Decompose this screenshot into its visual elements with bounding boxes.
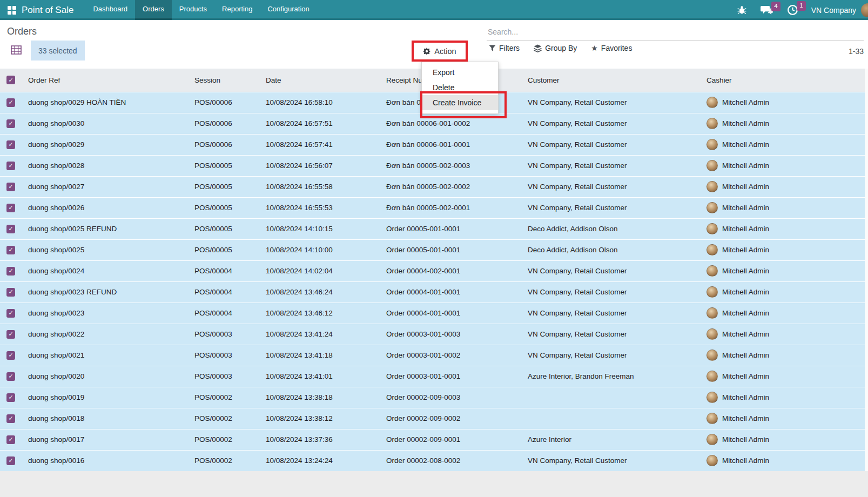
table-row[interactable]: ✓duong shop/0028POS/0000510/08/2024 16:5… <box>0 155 868 176</box>
menu-item-delete[interactable]: Delete <box>422 80 498 95</box>
app-title[interactable]: Point of Sale <box>22 5 73 16</box>
nav-item-orders[interactable]: Orders <box>135 0 172 20</box>
table-row[interactable]: ✓duong shop/0017POS/0000210/08/2024 13:3… <box>0 429 868 450</box>
table-row[interactable]: ✓duong shop/0022POS/0000310/08/2024 13:4… <box>0 324 868 345</box>
table-row[interactable]: ✓duong shop/0023 REFUNDPOS/0000410/08/20… <box>0 281 868 303</box>
favorites-button[interactable]: ★ Favorites <box>591 44 632 52</box>
nav-item-configuration[interactable]: Configuration <box>260 0 317 20</box>
table-row[interactable]: ✓duong shop/0027POS/0000510/08/2024 16:5… <box>0 176 868 197</box>
row-checkbox[interactable]: ✓ <box>6 372 15 381</box>
user-menu[interactable]: VN Company <box>811 3 868 17</box>
nav-item-products[interactable]: Products <box>172 0 214 20</box>
filters-button[interactable]: Filters <box>489 44 520 52</box>
table-row[interactable]: ✓duong shop/0024POS/0000410/08/2024 14:0… <box>0 260 868 281</box>
cashier-avatar <box>706 244 718 256</box>
table-row[interactable]: ✓duong shop/0025POS/0000510/08/2024 14:1… <box>0 239 868 260</box>
activities-badge: 1 <box>797 1 805 11</box>
cashier-avatar <box>706 350 718 361</box>
row-select-cell: ✓ <box>0 366 22 387</box>
search-input[interactable] <box>487 23 864 41</box>
row-checkbox[interactable]: ✓ <box>6 140 15 149</box>
col-customer[interactable]: Customer <box>521 69 700 92</box>
customer-cell: Deco Addict, Addison Olson <box>521 218 700 239</box>
action-button[interactable]: Action <box>423 47 456 56</box>
customer-cell: Deco Addict, Addison Olson <box>521 239 700 260</box>
row-checkbox[interactable]: ✓ <box>6 246 15 254</box>
date-cell: 10/08/2024 16:57:41 <box>259 134 380 155</box>
session-cell: POS/00002 <box>188 429 259 450</box>
date-cell: 10/08/2024 16:57:51 <box>259 113 380 134</box>
row-checkbox[interactable]: ✓ <box>6 288 15 297</box>
menu-item-create-invoice[interactable]: Create Invoice <box>422 95 498 110</box>
menu-item-export[interactable]: Export <box>422 65 498 80</box>
select-all-checkbox[interactable]: ✓ <box>6 76 15 84</box>
row-checkbox[interactable]: ✓ <box>6 204 15 212</box>
table-row[interactable]: ✓duong shop/0029POS/0000610/08/2024 16:5… <box>0 134 868 155</box>
cashier-cell: Mitchell Admin <box>700 345 868 366</box>
navbar-right: 4 1 VN Company <box>732 0 868 20</box>
cashier-avatar <box>706 223 718 234</box>
session-cell: POS/00004 <box>188 260 259 281</box>
pager[interactable]: 1-33 <box>849 47 864 56</box>
nav-item-reporting[interactable]: Reporting <box>214 0 260 20</box>
top-navbar: Point of Sale DashboardOrdersProductsRep… <box>0 0 868 20</box>
layers-icon <box>534 44 542 52</box>
col-order-ref[interactable]: Order Ref <box>22 69 188 92</box>
order-ref-cell: duong shop/0029 HOÀN TIỀN <box>22 92 188 113</box>
activities-menu[interactable]: 1 <box>782 2 804 18</box>
list-view-icon[interactable] <box>11 45 22 55</box>
row-checkbox[interactable]: ✓ <box>6 456 15 465</box>
col-cashier[interactable]: Cashier <box>700 69 868 92</box>
table-row[interactable]: ✓duong shop/0020POS/0000310/08/2024 13:4… <box>0 366 868 387</box>
cashier-cell: Mitchell Admin <box>700 239 868 260</box>
row-checkbox[interactable]: ✓ <box>6 119 15 128</box>
customer-cell: VN Company, Retail Customer <box>521 260 700 281</box>
row-checkbox[interactable]: ✓ <box>6 309 15 318</box>
col-session[interactable]: Session <box>188 69 259 92</box>
cashier-cell: Mitchell Admin <box>700 281 868 303</box>
scrollbar-track[interactable] <box>865 69 868 471</box>
row-checkbox[interactable]: ✓ <box>6 330 15 339</box>
date-cell: 10/08/2024 13:41:18 <box>259 345 380 366</box>
cashier-name: Mitchell Admin <box>722 372 769 380</box>
order-ref-cell: duong shop/0018 <box>22 408 188 429</box>
cashier-name: Mitchell Admin <box>722 204 769 212</box>
col-date[interactable]: Date <box>259 69 380 92</box>
order-ref-cell: duong shop/0022 <box>22 324 188 345</box>
apps-grid-icon[interactable] <box>8 6 16 15</box>
table-row[interactable]: ✓duong shop/0023POS/0000410/08/2024 13:4… <box>0 303 868 324</box>
order-ref-cell: duong shop/0030 <box>22 113 188 134</box>
table-row[interactable]: ✓duong shop/0025 REFUNDPOS/0000510/08/20… <box>0 218 868 239</box>
order-ref-cell: duong shop/0017 <box>22 429 188 450</box>
row-checkbox[interactable]: ✓ <box>6 225 15 233</box>
receipt-number-cell: Order 00003-001-0002 <box>380 345 521 366</box>
messages-menu[interactable]: 4 <box>755 3 778 17</box>
table-row[interactable]: ✓duong shop/0030POS/0000610/08/2024 16:5… <box>0 113 868 134</box>
cashier-avatar <box>706 265 718 277</box>
receipt-number-cell: Order 00002-009-0003 <box>380 387 521 408</box>
row-checkbox[interactable]: ✓ <box>6 435 15 444</box>
row-checkbox[interactable]: ✓ <box>6 351 15 360</box>
row-checkbox[interactable]: ✓ <box>6 183 15 191</box>
debug-bug-icon[interactable] <box>732 3 752 17</box>
nav-item-dashboard[interactable]: Dashboard <box>85 0 135 20</box>
row-checkbox[interactable]: ✓ <box>6 162 15 170</box>
table-row[interactable]: ✓duong shop/0021POS/0000310/08/2024 13:4… <box>0 345 868 366</box>
row-checkbox[interactable]: ✓ <box>6 98 15 107</box>
filter-icon <box>489 45 496 52</box>
group-by-button[interactable]: Group By <box>534 44 577 52</box>
favorites-label: Favorites <box>601 44 633 52</box>
table-row[interactable]: ✓duong shop/0018POS/0000210/08/2024 13:3… <box>0 408 868 429</box>
table-row[interactable]: ✓duong shop/0019POS/0000210/08/2024 13:3… <box>0 387 868 408</box>
date-cell: 10/08/2024 13:46:12 <box>259 303 380 324</box>
session-cell: POS/00006 <box>188 113 259 134</box>
customer-cell: VN Company, Retail Customer <box>521 197 700 218</box>
orders-table: ✓ Order Ref Session Date Receipt Number … <box>0 69 868 472</box>
table-body: ✓duong shop/0029 HOÀN TIỀNPOS/0000610/08… <box>0 92 868 471</box>
table-row[interactable]: ✓duong shop/0026POS/0000510/08/2024 16:5… <box>0 197 868 218</box>
row-checkbox[interactable]: ✓ <box>6 267 15 276</box>
row-checkbox[interactable]: ✓ <box>6 414 15 423</box>
table-row[interactable]: ✓duong shop/0016POS/0000210/08/2024 13:2… <box>0 450 868 471</box>
row-select-cell: ✓ <box>0 408 22 429</box>
row-checkbox[interactable]: ✓ <box>6 393 15 402</box>
